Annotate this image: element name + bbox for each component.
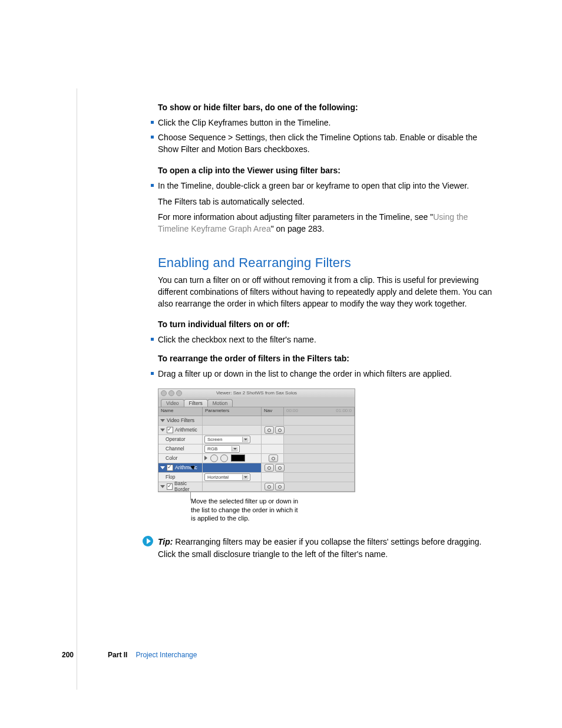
row-label: Basic Border [174, 480, 200, 492]
col-name: Name [158, 407, 203, 416]
chevron-down-icon [232, 446, 238, 452]
operator-dropdown[interactable]: Screen [204, 436, 250, 443]
keyframe-reset-button[interactable] [265, 426, 274, 434]
section-heading: Enabling and Rearranging Filters [158, 255, 500, 271]
tip-text: Tip: Rearranging filters may be easier i… [158, 536, 500, 560]
row-label: Video Filters [167, 417, 194, 423]
bullet-icon [151, 136, 154, 139]
disclosure-triangle-icon[interactable] [160, 485, 165, 488]
text-run: " on page 283. [271, 224, 325, 233]
vertical-rule [77, 88, 77, 690]
timeline-end: 01:00:0 [336, 408, 352, 413]
bullet-icon [151, 121, 154, 124]
row-operator[interactable]: Operator Screen [158, 435, 355, 444]
disclosure-triangle-icon[interactable] [204, 456, 207, 460]
figure-caption: Move the selected filter up or down in t… [191, 497, 303, 523]
text-run: For more information about adjusting fil… [158, 212, 433, 222]
enable-checkbox[interactable] [167, 427, 173, 433]
part-label: Part II [108, 651, 127, 659]
instruction-heading: To rearrange the order of filters in the… [158, 353, 500, 364]
row-channel[interactable]: Channel RGB [158, 444, 355, 454]
viewer-screenshot: Viewer: Sax 2 ShotWS from Sax Solos Vide… [158, 388, 355, 523]
tab-filters[interactable]: Filters [184, 399, 208, 407]
tab-motion[interactable]: Motion [207, 399, 233, 407]
row-label: Arithmetic [175, 427, 197, 433]
eyedropper-icon[interactable] [210, 454, 218, 462]
window-titlebar: Viewer: Sax 2 ShotWS from Sax Solos [158, 388, 355, 397]
filter-rows: Video Filters Arithmetic Operator Screen [158, 416, 355, 492]
row-dragging[interactable]: Arithmetic [158, 463, 355, 473]
row-label: Flop [166, 474, 176, 480]
keyframe-menu-button[interactable] [275, 483, 285, 490]
chevron-down-icon [242, 437, 249, 442]
paragraph: The Filters tab is automatically selecte… [158, 196, 500, 207]
bullet-text: Click the Clip Keyframes button in the T… [158, 117, 500, 129]
page-number: 200 [62, 651, 74, 659]
keyframe-menu-button[interactable] [275, 464, 285, 472]
hue-wheel-icon[interactable] [220, 454, 228, 462]
tip-label: Tip: [158, 537, 175, 546]
enable-checkbox[interactable] [167, 483, 173, 490]
disclosure-triangle-icon[interactable] [160, 419, 165, 422]
disclosure-triangle-icon[interactable] [160, 429, 165, 431]
col-nav: Nav [262, 407, 284, 416]
bullet-item: Click the checkbox next to the filter's … [151, 334, 500, 345]
tab-video[interactable]: Video [161, 399, 184, 407]
viewer-tabs: Video Filters Motion [158, 397, 355, 407]
timeline-start: 00:00 [286, 408, 298, 413]
flop-dropdown[interactable]: Horizontal [204, 473, 250, 481]
callout-leader-line [190, 492, 191, 500]
bullet-text: Click the checkbox next to the filter's … [158, 334, 500, 345]
row-video-filters[interactable]: Video Filters [158, 416, 355, 426]
bullet-item: Drag a filter up or down in the list to … [151, 368, 500, 380]
bullet-item: In the Timeline, double-click a green ba… [151, 180, 500, 192]
bullet-item: Click the Clip Keyframes button in the T… [151, 117, 500, 129]
bullet-text: Choose Sequence > Settings, then click t… [158, 131, 500, 156]
tip-icon [143, 536, 153, 546]
dropdown-value: RGB [207, 446, 217, 452]
row-basic-border[interactable]: Basic Border [158, 482, 355, 492]
bullet-item: Choose Sequence > Settings, then click t… [151, 131, 500, 156]
window-title: Viewer: Sax 2 ShotWS from Sax Solos [158, 390, 355, 396]
paragraph: For more information about adjusting fil… [158, 211, 500, 235]
color-swatch[interactable] [231, 454, 245, 462]
page-content: To show or hide filter bars, do one of t… [158, 98, 500, 560]
column-headers: Name Parameters Nav 00:00 01:00:0 [158, 407, 355, 416]
bullet-icon [151, 184, 154, 187]
page-footer: 200 Part II Project Interchange [62, 651, 197, 659]
keyframe-reset-button[interactable] [265, 464, 274, 472]
bullet-icon [151, 338, 154, 341]
bullet-text: Drag a filter up or down in the list to … [158, 368, 500, 380]
row-arithmetic[interactable]: Arithmetic [158, 426, 355, 435]
row-label: Channel [166, 446, 184, 452]
disclosure-triangle-icon[interactable] [160, 466, 165, 469]
row-label: Operator [166, 436, 186, 442]
channel-dropdown[interactable]: RGB [204, 445, 240, 453]
instruction-heading: To show or hide filter bars, do one of t… [158, 101, 500, 113]
keyframe-reset-button[interactable] [265, 483, 274, 490]
chevron-down-icon [242, 475, 249, 480]
row-label: Color [166, 455, 177, 461]
instruction-heading: To turn individual filters on or off: [158, 318, 500, 330]
col-parameters: Parameters [203, 407, 262, 416]
tip-block: Tip: Rearranging filters may be easier i… [158, 536, 500, 560]
dropdown-value: Screen [207, 437, 222, 442]
col-timeline: 00:00 01:00:0 [284, 407, 355, 416]
bullet-text: In the Timeline, double-click a green ba… [158, 180, 500, 192]
instruction-heading: To open a clip into the Viewer using fil… [158, 164, 500, 176]
bullet-icon [151, 372, 154, 375]
dropdown-value: Horizontal [207, 475, 229, 480]
paragraph: You can turn a filter on or off without … [158, 274, 500, 310]
enable-checkbox[interactable] [167, 465, 173, 471]
keyframe-menu-button[interactable] [275, 426, 285, 434]
row-label: Arithmetic [175, 465, 197, 470]
keyframe-nav-button[interactable] [269, 454, 278, 462]
tip-body: Rearranging filters may be easier if you… [158, 537, 481, 558]
row-color[interactable]: Color [158, 454, 355, 463]
section-name: Project Interchange [135, 651, 197, 659]
